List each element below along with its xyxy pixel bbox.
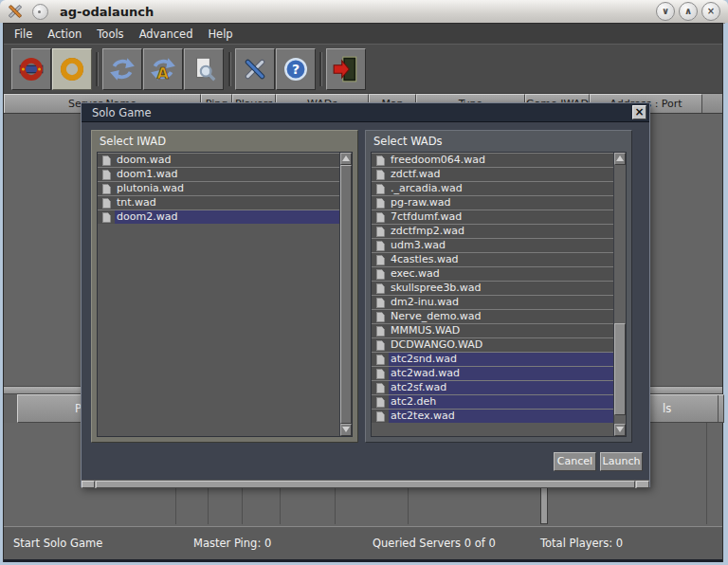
scrollbar-thumb[interactable]: [614, 323, 626, 415]
menu-item[interactable]: Help: [208, 27, 232, 41]
resize-handle-left[interactable]: [82, 481, 95, 488]
wad-list-item[interactable]: pg-raw.wad: [372, 195, 613, 210]
dialog-close-icon[interactable]: ×: [632, 105, 646, 119]
wad-list-item[interactable]: atc2snd.wad: [372, 352, 613, 366]
wad-item-label: exec.wad: [389, 267, 613, 281]
svg-text:A: A: [157, 64, 170, 82]
wad-item-label: atc2snd.wad: [389, 353, 613, 366]
status-bar-item: Start Solo Game: [13, 537, 102, 550]
wad-list-item[interactable]: atc2.deh: [372, 394, 613, 409]
wad-list-item[interactable]: doom.wad: [98, 153, 339, 167]
wad-list-item[interactable]: atc2tex.wad: [372, 409, 613, 423]
file-icon: [372, 310, 389, 323]
wad-list-item[interactable]: doom2.wad: [98, 210, 339, 224]
resize-bar-middle[interactable]: [96, 481, 635, 488]
wad-list-item[interactable]: skullspree3b.wad: [372, 281, 613, 295]
file-icon: [372, 353, 389, 366]
exit-button[interactable]: [326, 48, 366, 90]
wad-list-item[interactable]: dm2-inu.wad: [372, 295, 613, 309]
window-menu-icon[interactable]: [32, 4, 48, 20]
window-titlebar[interactable]: ag-odalaunch ∨ ∧ ×: [0, 0, 728, 24]
file-icon: [372, 196, 389, 210]
status-bar-item: Master Ping: 0: [193, 537, 271, 550]
cancel-button[interactable]: Cancel: [554, 452, 596, 471]
odamex-offline-button[interactable]: [52, 48, 92, 90]
wad-list-item[interactable]: exec.wad: [372, 266, 613, 281]
scroll-down-icon[interactable]: [614, 424, 626, 436]
refresh-all-icon: A: [149, 55, 177, 83]
wad-list-item[interactable]: tnt.wad: [98, 195, 339, 210]
wad-item-label: udm3.wad: [389, 239, 613, 252]
iwad-list-scrollbar[interactable]: [339, 153, 352, 436]
menu-item[interactable]: Tools: [97, 27, 123, 41]
refresh-all-button[interactable]: A: [143, 48, 183, 90]
file-icon: [372, 225, 389, 238]
wad-list-item[interactable]: udm3.wad: [372, 238, 613, 252]
wad-list-item[interactable]: atc2wad.wad: [372, 366, 613, 380]
file-icon: [372, 182, 389, 195]
close-icon[interactable]: ×: [701, 2, 720, 21]
status-bar: Start Solo GameMaster Ping: 0Queried Ser…: [4, 526, 722, 560]
file-icon: [98, 210, 115, 224]
wads-list-scrollbar[interactable]: [613, 153, 626, 436]
toolbar: A ?: [4, 44, 722, 94]
odamex-online-button[interactable]: [11, 48, 51, 90]
minimize-icon[interactable]: ∨: [656, 2, 675, 21]
wad-list-item[interactable]: Nerve_demo.wad: [372, 309, 613, 323]
menu-item[interactable]: Advanced: [139, 27, 193, 41]
toolbar-separator: [319, 52, 322, 86]
wad-list-item[interactable]: MMMUS.WAD: [372, 323, 613, 337]
wad-list-item[interactable]: DCDWANGO.WAD: [372, 337, 613, 352]
resize-handle-right[interactable]: [636, 481, 649, 488]
scrollbar-thumb[interactable]: [340, 165, 352, 424]
wads-listbox[interactable]: freedoom064.wad zdctf.wad ._arcadia.wad …: [371, 152, 627, 437]
file-icon: [372, 338, 389, 352]
scroll-up-icon[interactable]: [614, 153, 626, 165]
wad-list-item[interactable]: freedoom064.wad: [372, 153, 613, 167]
scroll-up-icon[interactable]: [340, 153, 352, 165]
wad-list-item[interactable]: plutonia.wad: [98, 181, 339, 195]
wad-item-label: zdctfmp2.wad: [389, 225, 613, 238]
file-icon: [372, 395, 389, 409]
dialog-resize-bar[interactable]: [82, 480, 649, 488]
wad-list-item[interactable]: atc2sf.wad: [372, 380, 613, 394]
wad-item-label: plutonia.wad: [115, 182, 339, 195]
wads-panel-label: Select WADs: [373, 135, 443, 148]
wad-item-label: dm2-inu.wad: [389, 296, 613, 309]
menu-item[interactable]: File: [14, 27, 32, 41]
wad-item-label: atc2sf.wad: [389, 381, 613, 394]
iwad-listbox[interactable]: doom.wad doom1.wad plutonia.wad tnt.wad …: [97, 152, 353, 437]
scroll-down-icon[interactable]: [340, 424, 352, 436]
wad-list-item[interactable]: ._arcadia.wad: [372, 181, 613, 195]
wad-item-label: MMMUS.WAD: [389, 324, 613, 337]
wad-item-label: ._arcadia.wad: [389, 182, 613, 195]
launch-button[interactable]: Launch: [600, 452, 643, 471]
view-servers-button[interactable]: [184, 48, 224, 90]
file-icon: [372, 239, 389, 252]
wad-item-label: 4castles.wad: [389, 253, 613, 266]
file-icon: [372, 367, 389, 380]
wad-list-item[interactable]: 4castles.wad: [372, 252, 613, 266]
app-window: { "window": { "title": "ag-odalaunch", "…: [0, 0, 728, 565]
toolbar-separator: [96, 52, 99, 86]
file-icon: [372, 168, 389, 181]
file-icon: [372, 267, 389, 281]
svg-text:?: ?: [292, 62, 300, 77]
toolbar-separator: [228, 52, 231, 86]
refresh-list-button[interactable]: [102, 48, 142, 90]
wad-item-label: zdctf.wad: [389, 168, 613, 181]
settings-button[interactable]: [235, 48, 275, 90]
help-button[interactable]: ?: [276, 48, 316, 90]
wad-item-label: doom2.wad: [115, 210, 339, 224]
wad-list-item[interactable]: zdctf.wad: [372, 167, 613, 181]
maximize-icon[interactable]: ∧: [679, 2, 698, 21]
menu-item[interactable]: Action: [47, 27, 82, 41]
wad-list-item[interactable]: 7ctfdumf.wad: [372, 210, 613, 224]
window-title: ag-odalaunch: [60, 5, 154, 19]
file-icon: [372, 381, 389, 394]
wad-list-item[interactable]: zdctfmp2.wad: [372, 224, 613, 238]
dialog-titlebar[interactable]: Solo Game ×: [82, 103, 649, 122]
wad-item-label: pg-raw.wad: [389, 196, 613, 210]
wad-list-item[interactable]: doom1.wad: [98, 167, 339, 181]
wad-item-label: tnt.wad: [115, 196, 339, 210]
